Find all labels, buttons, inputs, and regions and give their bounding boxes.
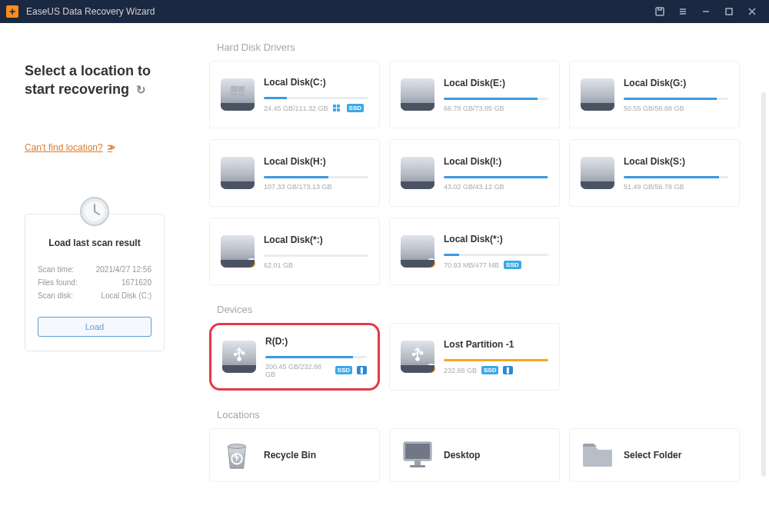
section-title-drives: Hard Disk Drivers xyxy=(217,42,761,53)
drive-name: Local Disk(H:) xyxy=(264,156,368,167)
ssd-badge: SSD xyxy=(504,261,521,269)
load-row: Scan time:2021/4/27 12:56 xyxy=(38,265,151,274)
usage-bar xyxy=(444,254,548,256)
hard-disk-icon xyxy=(221,157,255,189)
ssd-badge: SSD xyxy=(481,366,498,374)
svg-rect-0 xyxy=(656,8,664,15)
usb-drive-icon xyxy=(401,341,434,373)
load-row-value: Local Disk (C:) xyxy=(101,291,151,300)
drive-size: 70.93 MB/477 MB xyxy=(444,261,499,269)
usage-bar xyxy=(624,176,728,178)
drive-tile[interactable]: R(D:) 200.45 GB/232.88 GBSSD ❚ xyxy=(209,323,380,391)
location-name: Desktop xyxy=(444,450,548,461)
scrollbar[interactable] xyxy=(761,92,766,477)
drive-tile[interactable]: Local Disk(S:) 51.49 GB/56.78 GB xyxy=(569,139,740,207)
load-row-label: Scan disk: xyxy=(38,291,73,300)
clock-icon xyxy=(79,196,110,227)
svg-rect-13 xyxy=(405,444,430,459)
drive-size: 51.49 GB/56.78 GB xyxy=(624,183,684,191)
location-name: Recycle Bin xyxy=(264,450,368,461)
usage-bar xyxy=(264,176,368,178)
desk-icon xyxy=(401,439,434,471)
minimize-icon[interactable] xyxy=(695,2,717,21)
drive-tile[interactable]: Lost Partition -1 232.88 GBSSD ❚ xyxy=(389,323,560,391)
cant-find-location-link[interactable]: Can't find location?>> xyxy=(25,142,112,153)
hard-disk-icon xyxy=(221,78,255,111)
svg-point-10 xyxy=(228,444,246,449)
content-area: Hard Disk Drivers Local Disk(C:) 24.45 G… xyxy=(197,23,769,532)
app-logo-icon xyxy=(6,5,18,18)
hard-disk-icon xyxy=(401,78,434,111)
refresh-icon[interactable]: ↻ xyxy=(136,82,146,98)
ssd-badge: SSD xyxy=(347,104,364,112)
usage-bar xyxy=(624,98,728,100)
svg-rect-6 xyxy=(242,352,245,354)
menu-icon[interactable] xyxy=(672,2,694,21)
drive-size: 24.45 GB/111.32 GB xyxy=(264,105,328,112)
maximize-icon[interactable] xyxy=(718,2,740,21)
warning-badge-icon xyxy=(246,258,257,269)
usage-bar xyxy=(444,98,548,100)
load-row: Scan disk:Local Disk (C:) xyxy=(38,291,151,300)
sidebar: Select a location to start recovering ↻ … xyxy=(0,23,197,532)
chevron-right-icon: >> xyxy=(108,142,112,153)
drive-name: Local Disk(S:) xyxy=(624,156,728,167)
save-icon[interactable] xyxy=(649,2,671,21)
load-row-value: 2021/4/27 12:56 xyxy=(96,265,151,274)
load-row-label: Files found: xyxy=(38,278,78,287)
load-last-scan-card: Load last scan result Scan time:2021/4/2… xyxy=(25,214,165,351)
load-row: Files found:1671620 xyxy=(38,278,151,287)
drive-tile[interactable]: Local Disk(*:) 62.01 GB xyxy=(209,218,380,285)
drive-tile[interactable]: Local Disk(E:) 66.78 GB/73.85 GB xyxy=(389,61,560,128)
drive-name: Local Disk(I:) xyxy=(444,156,548,167)
close-icon[interactable] xyxy=(741,2,763,21)
svg-rect-14 xyxy=(414,461,421,465)
svg-rect-15 xyxy=(410,465,425,467)
page-title: Select a location to start recovering ↻ xyxy=(25,62,174,99)
drive-size: 107.33 GB/173.13 GB xyxy=(264,183,332,191)
windows-badge-icon xyxy=(333,105,340,111)
load-button[interactable]: Load xyxy=(38,317,151,337)
hard-disk-icon xyxy=(401,157,434,189)
drive-name: Local Disk(*:) xyxy=(444,234,548,244)
usb-drive-icon xyxy=(222,341,256,373)
drive-name: Local Disk(G:) xyxy=(624,78,728,88)
drive-tile[interactable]: Local Disk(C:) 24.45 GB/111.32 GBSSD xyxy=(209,61,380,128)
location-tile[interactable]: Select Folder xyxy=(569,428,740,482)
drive-size: 232.88 GB xyxy=(444,367,477,374)
ext-badge: ❚ xyxy=(357,366,367,374)
fold-icon xyxy=(581,439,614,471)
usage-bar xyxy=(444,359,548,361)
usage-bar xyxy=(265,356,367,358)
usage-bar xyxy=(264,97,368,99)
hard-disk-icon xyxy=(581,78,614,111)
hard-disk-icon xyxy=(221,235,255,268)
drive-size: 200.45 GB/232.88 GB xyxy=(265,363,331,378)
svg-rect-1 xyxy=(726,8,732,15)
drive-name: Lost Partition -1 xyxy=(444,339,548,350)
svg-point-5 xyxy=(235,354,237,356)
location-tile[interactable]: Desktop xyxy=(389,428,560,482)
svg-rect-9 xyxy=(421,352,423,354)
drive-size: 50.55 GB/56.88 GB xyxy=(624,105,684,112)
titlebar: EaseUS Data Recovery Wizard xyxy=(0,0,769,23)
drive-name: R(D:) xyxy=(265,336,367,347)
drive-size: 62.01 GB xyxy=(264,261,293,269)
drive-tile[interactable]: Local Disk(*:) 70.93 MB/477 MBSSD xyxy=(389,218,560,285)
ssd-badge: SSD xyxy=(335,366,352,374)
usage-bar xyxy=(264,254,368,257)
usage-bar xyxy=(444,176,548,178)
section-title-locations: Locations xyxy=(217,409,761,421)
location-tile[interactable]: Recycle Bin xyxy=(209,428,380,482)
window-title: EaseUS Data Recovery Wizard xyxy=(26,6,649,17)
load-row-value: 1671620 xyxy=(122,278,151,287)
svg-point-8 xyxy=(413,354,415,356)
warning-badge-icon xyxy=(426,258,437,269)
drive-name: Local Disk(C:) xyxy=(264,77,368,88)
drive-size: 43.02 GB/43.12 GB xyxy=(444,183,504,191)
hard-disk-icon xyxy=(581,157,614,189)
drive-tile[interactable]: Local Disk(I:) 43.02 GB/43.12 GB xyxy=(389,139,560,207)
drive-tile[interactable]: Local Disk(G:) 50.55 GB/56.88 GB xyxy=(569,61,740,128)
drive-tile[interactable]: Local Disk(H:) 107.33 GB/173.13 GB xyxy=(209,139,380,207)
drive-size: 66.78 GB/73.85 GB xyxy=(444,105,504,112)
